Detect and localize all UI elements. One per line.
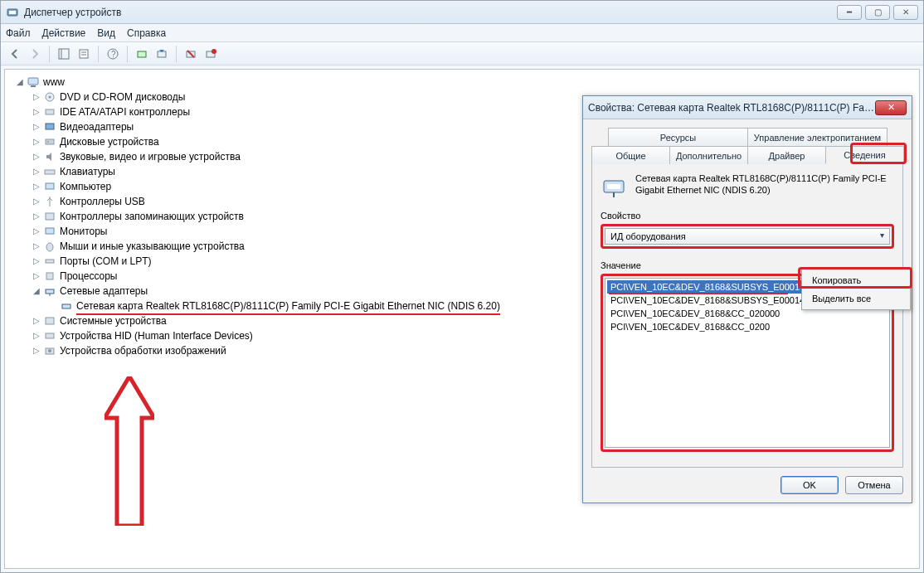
expand-icon[interactable]: ▷	[32, 224, 41, 239]
annotation-arrow	[105, 376, 154, 526]
expand-icon[interactable]: ◢	[32, 284, 41, 299]
tab-driver[interactable]: Драйвер	[747, 146, 826, 164]
tab-general[interactable]: Общие	[591, 146, 670, 164]
context-copy[interactable]: Копировать	[804, 271, 908, 289]
toolbar-sep2	[98, 46, 99, 62]
svg-rect-1	[9, 11, 16, 14]
usb-icon	[43, 195, 56, 208]
svg-rect-21	[46, 139, 54, 144]
dialog-buttons: OK Отмена	[781, 476, 903, 494]
expand-icon[interactable]: ▷	[32, 209, 41, 224]
mouse-icon	[43, 240, 56, 253]
tab-advanced[interactable]: Дополнительно	[669, 146, 748, 164]
svg-rect-28	[46, 260, 54, 263]
network-icon	[43, 284, 56, 298]
toolbar-sep4	[176, 46, 177, 62]
keyboard-icon	[43, 165, 56, 178]
expand-icon[interactable]: ▷	[32, 134, 41, 149]
svg-rect-38	[607, 184, 620, 189]
expand-icon[interactable]: ▷	[32, 194, 41, 209]
close-button[interactable]: ✕	[893, 5, 918, 20]
expand-icon[interactable]: ▷	[32, 269, 41, 284]
tree-root[interactable]: ◢ www	[8, 75, 916, 90]
dialog-close-button[interactable]: ✕	[875, 100, 907, 115]
expand-icon[interactable]: ▷	[32, 90, 41, 104]
sound-icon	[43, 150, 56, 163]
property-combo-value: ИД оборудования	[610, 231, 686, 241]
hid-icon	[43, 329, 56, 342]
svg-rect-29	[46, 273, 53, 279]
dialog-tabs: Ресурсы Управление электропитанием Общие…	[591, 128, 903, 164]
ide-icon	[43, 105, 56, 119]
menubar: Файл Действие Вид Справка	[1, 24, 923, 42]
svg-point-22	[47, 141, 49, 143]
cpu-icon	[43, 270, 56, 283]
svg-rect-19	[46, 109, 54, 114]
menu-action[interactable]: Действие	[42, 27, 86, 39]
expand-icon[interactable]: ▷	[32, 254, 41, 269]
svg-rect-2	[59, 49, 69, 59]
tool-back[interactable]	[6, 45, 24, 63]
svg-rect-34	[46, 333, 54, 338]
computer-icon	[27, 75, 40, 89]
context-select-all[interactable]: Выделить все	[804, 289, 908, 308]
device-icon	[601, 172, 627, 199]
menu-help[interactable]: Справка	[127, 27, 166, 39]
app-icon	[6, 6, 19, 19]
menu-view[interactable]: Вид	[97, 27, 115, 39]
expand-icon[interactable]: ▷	[32, 164, 41, 179]
minimize-button[interactable]: ━	[837, 5, 862, 20]
expand-icon[interactable]: ▷	[32, 104, 41, 119]
monitor-icon	[43, 225, 56, 238]
disc-icon	[43, 90, 56, 104]
imaging-icon	[43, 344, 56, 357]
computer-icon	[43, 180, 56, 193]
menu-file[interactable]: Файл	[6, 27, 31, 39]
tool-forward[interactable]	[26, 45, 44, 63]
expand-icon[interactable]: ▷	[32, 313, 41, 328]
list-item[interactable]: PCI\VEN_10EC&DEV_8168&CC_0200	[607, 320, 888, 333]
expand-icon[interactable]: ▷	[32, 179, 41, 194]
nic-label: Сетевая карта Realtek RTL8168C(P)/8111C(…	[76, 299, 500, 313]
svg-rect-32	[62, 304, 71, 308]
tool-props[interactable]	[75, 45, 93, 63]
device-header: Сетевая карта Realtek RTL8168C(P)/8111C(…	[601, 172, 894, 199]
tool-scan[interactable]	[133, 45, 151, 63]
tab-details[interactable]: Сведения	[825, 146, 904, 164]
titlebar: Диспетчер устройств ━ ▢ ✕	[1, 1, 923, 24]
tab-power[interactable]: Управление электропитанием	[747, 128, 888, 146]
cancel-button[interactable]: Отмена	[845, 476, 903, 494]
tree-root-label: www	[43, 75, 65, 90]
dialog-titlebar: Свойства: Сетевая карта Realtek RTL8168C…	[583, 96, 912, 119]
tab-panel-details: Сетевая карта Realtek RTL8168C(P)/8111C(…	[591, 164, 903, 468]
expand-icon[interactable]: ▷	[32, 149, 41, 164]
expand-icon[interactable]: ▷	[32, 328, 41, 343]
tab-resources[interactable]: Ресурсы	[608, 128, 748, 146]
expand-icon[interactable]: ▷	[32, 119, 41, 134]
property-combo[interactable]: ИД оборудования	[605, 228, 890, 245]
svg-rect-30	[46, 289, 54, 294]
tool-disable[interactable]	[202, 45, 220, 63]
svg-point-14	[212, 49, 216, 54]
ok-button[interactable]: OK	[781, 476, 839, 494]
svg-point-18	[49, 96, 51, 99]
disk-icon	[43, 135, 56, 148]
tool-update[interactable]	[153, 45, 171, 63]
expand-icon[interactable]: ◢	[15, 75, 25, 90]
svg-rect-4	[80, 50, 88, 58]
tool-uninstall[interactable]	[182, 45, 200, 63]
toolbar-sep	[49, 46, 50, 62]
toolbar: ?	[1, 42, 923, 66]
toolbar-sep3	[127, 46, 128, 62]
tool-help[interactable]: ?	[104, 45, 122, 63]
expand-icon[interactable]: ▷	[32, 239, 41, 254]
expand-icon[interactable]: ▷	[32, 343, 41, 358]
device-name: Сетевая карта Realtek RTL8168C(P)/8111C(…	[635, 172, 887, 196]
maximize-button[interactable]: ▢	[865, 5, 890, 20]
svg-rect-23	[45, 170, 55, 174]
svg-rect-10	[158, 51, 166, 57]
svg-rect-25	[46, 213, 54, 220]
tool-tree[interactable]	[55, 45, 73, 63]
annotation-combo-highlight: ИД оборудования	[601, 224, 894, 249]
window-title: Диспетчер устройств	[24, 7, 834, 18]
